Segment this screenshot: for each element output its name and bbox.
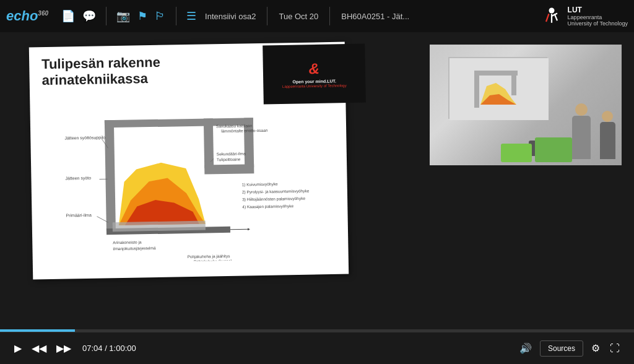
svg-rect-38 bbox=[474, 71, 479, 108]
svg-line-36 bbox=[230, 229, 249, 230]
lut-fullname: Lappeenranta bbox=[568, 14, 628, 20]
slide-diagram: Jätteen syöttösuppilo Jätteen syöto Prim… bbox=[61, 104, 324, 263]
svg-text:2)  Pyrolyysi- ja kaasuuntumis: 2) Pyrolyysi- ja kaasuuntumisvyöhyke bbox=[242, 189, 310, 195]
svg-point-1 bbox=[549, 8, 554, 14]
svg-text:ilmanjokuitusjärjestelmä: ilmanjokuitusjärjestelmä bbox=[113, 246, 156, 251]
video-title: BH60A0251 - Jät... bbox=[341, 12, 409, 21]
lut-name: LUT bbox=[568, 6, 628, 14]
topbar: echo360 📄 💬 📷 ⚑ 🏳 ☰ Intensiivi osa2 Tue … bbox=[0, 0, 634, 32]
chat-icon[interactable]: 💬 bbox=[82, 9, 96, 23]
svg-text:Pohjakuhoha (kuono): Pohjakuhoha (kuono) bbox=[194, 259, 232, 264]
person-2 bbox=[600, 122, 615, 159]
svg-rect-40 bbox=[511, 71, 516, 95]
logo-superscript: 360 bbox=[38, 10, 48, 17]
svg-rect-6 bbox=[105, 120, 116, 232]
green-chair-1 bbox=[535, 137, 572, 162]
date-label: Tue Oct 20 bbox=[279, 12, 318, 21]
divider1 bbox=[106, 7, 106, 25]
controls-right: 🔊 Sources ⚙ ⛶ bbox=[515, 339, 625, 357]
menu-icon[interactable]: ☰ bbox=[186, 9, 196, 23]
overlay-text: Open your mind.LUT. bbox=[292, 79, 336, 84]
bookmark-icon[interactable]: 📄 bbox=[61, 9, 75, 23]
svg-rect-15 bbox=[113, 221, 206, 232]
fullscreen-button[interactable]: ⛶ bbox=[605, 340, 625, 357]
svg-text:Tulipolttoaine: Tulipolttoaine bbox=[217, 157, 241, 163]
green-chair-2 bbox=[501, 144, 532, 162]
svg-text:Primääri-ilma: Primääri-ilma bbox=[66, 213, 91, 218]
divider3 bbox=[267, 7, 267, 25]
svg-text:1)  Kuivumisvyöhyke: 1) Kuivumisvyöhyke bbox=[242, 181, 278, 187]
svg-text:lämmöntalte enotto-osaan: lämmöntalte enotto-osaan bbox=[221, 128, 268, 133]
top-right-area: LUT Lappeenranta University of Technolog… bbox=[541, 5, 628, 27]
svg-text:3)  Hiiltojäännösten palamisvy: 3) Hiiltojäännösten palamisvyöhyke bbox=[242, 196, 305, 202]
lut-subtitle: University of Technology bbox=[568, 20, 628, 27]
lut-text-block: LUT Lappeenranta University of Technolog… bbox=[568, 6, 628, 27]
svg-text:4)  Kaasajen palamisvyöhyke: 4) Kaasajen palamisvyöhyke bbox=[242, 204, 293, 209]
echo-logo: echo360 bbox=[6, 8, 48, 24]
divider2 bbox=[176, 7, 176, 25]
volume-button[interactable]: 🔊 bbox=[515, 339, 537, 357]
overlay-sub: Lappeenranta University of Technology bbox=[282, 84, 347, 89]
rewind-button[interactable]: ◀◀ bbox=[27, 339, 51, 357]
controls-bar: ▶ ◀◀ ▶▶ 07:04 / 1:00:00 🔊 Sources ⚙ ⛶ bbox=[0, 332, 634, 364]
camera-inner bbox=[430, 45, 622, 165]
flag-icon[interactable]: 🏳 bbox=[155, 10, 166, 23]
svg-rect-39 bbox=[474, 71, 518, 76]
bookmark2-icon[interactable]: ⚑ bbox=[137, 9, 147, 23]
lut-logo: LUT Lappeenranta University of Technolog… bbox=[541, 5, 628, 27]
svg-text:Savukaasu kattilaan: Savukaasu kattilaan bbox=[216, 123, 253, 128]
svg-text:Jätteen syöto: Jätteen syöto bbox=[65, 176, 91, 181]
sources-button[interactable]: Sources bbox=[540, 340, 583, 357]
lut-overlay-symbol: & bbox=[308, 60, 319, 77]
time-display: 07:04 / 1:00:00 bbox=[82, 344, 136, 353]
forward-button[interactable]: ▶▶ bbox=[51, 339, 76, 357]
camera-feed bbox=[430, 45, 622, 165]
main-content: & Open your mind.LUT. Lappeenranta Unive… bbox=[0, 32, 634, 332]
settings-button[interactable]: ⚙ bbox=[586, 339, 605, 357]
svg-text:Sekundääri-ilma: Sekundääri-ilma bbox=[217, 151, 246, 156]
slide-overlay: & Open your mind.LUT. Lappeenranta Unive… bbox=[263, 44, 366, 105]
lut-icon bbox=[541, 5, 563, 27]
projection-screen bbox=[448, 57, 547, 119]
person-1 bbox=[572, 116, 591, 159]
divider4 bbox=[329, 7, 330, 25]
slide-title: Tulipesän rakenne arinatekniikassa bbox=[41, 53, 240, 89]
logo-text: echo bbox=[6, 8, 38, 24]
svg-text:Arinakoneisto ja: Arinakoneisto ja bbox=[113, 240, 142, 245]
course-label: Intensiivi osa2 bbox=[205, 12, 256, 21]
svg-text:Jätteen syöttösuppilo: Jätteen syöttösuppilo bbox=[64, 135, 105, 141]
play-button[interactable]: ▶ bbox=[9, 339, 27, 357]
add-note-icon[interactable]: 📷 bbox=[116, 9, 130, 23]
slide-container: & Open your mind.LUT. Lappeenranta Unive… bbox=[31, 45, 359, 286]
